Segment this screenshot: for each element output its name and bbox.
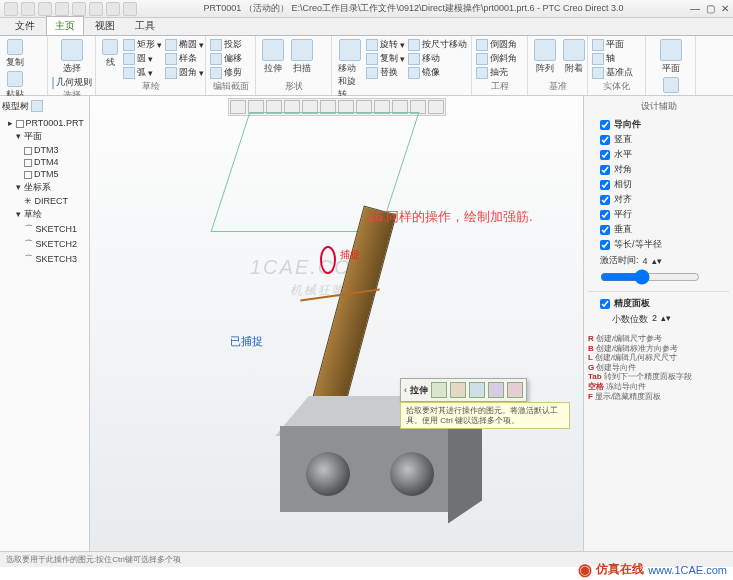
guide-item[interactable]: 等长/等半径 bbox=[588, 237, 729, 252]
close-icon[interactable]: ✕ bbox=[721, 3, 729, 14]
guide-item[interactable]: 竖直 bbox=[588, 132, 729, 147]
qat-open-icon[interactable] bbox=[21, 2, 35, 16]
offset-button[interactable]: 偏移 bbox=[210, 52, 251, 65]
guide-item[interactable]: 垂直 bbox=[588, 222, 729, 237]
annot-icon[interactable] bbox=[428, 100, 444, 114]
qat-window-icon[interactable] bbox=[106, 2, 120, 16]
tree-root[interactable]: ▸ PRT0001.PRT bbox=[2, 117, 87, 129]
guide-checkbox[interactable] bbox=[600, 195, 610, 205]
tree-direct[interactable]: ✳ DIRECT bbox=[2, 195, 87, 207]
guide-checkbox[interactable] bbox=[600, 150, 610, 160]
model-tree: 模型树 ▸ PRT0001.PRT ▾ 平面 DTM3 DTM4 DTM5 ▾ … bbox=[0, 96, 90, 551]
tab-file[interactable]: 文件 bbox=[6, 16, 44, 35]
pattern-icon bbox=[534, 39, 556, 61]
replace-button[interactable]: 替换 bbox=[366, 66, 405, 79]
blend-button[interactable]: 移动和旋转 bbox=[336, 38, 363, 102]
tree-planes[interactable]: ▾ 平面 bbox=[2, 129, 87, 144]
delay-slider[interactable] bbox=[600, 269, 700, 285]
guide-checkbox[interactable] bbox=[600, 135, 610, 145]
qat-close-icon[interactable] bbox=[123, 2, 137, 16]
mini-opt2-icon[interactable] bbox=[450, 382, 466, 398]
mini-opt5-icon[interactable] bbox=[507, 382, 523, 398]
maximize-icon[interactable]: ▢ bbox=[706, 3, 715, 14]
qat-save-icon[interactable] bbox=[38, 2, 52, 16]
guide-item[interactable]: 对齐 bbox=[588, 192, 729, 207]
pattern-button[interactable]: 阵列 bbox=[532, 38, 558, 76]
window-title: PRT0001 （活动的） E:\Creo工作目录\工作文件\0912\Dire… bbox=[137, 2, 690, 15]
arc-button[interactable]: 弧▾ bbox=[123, 66, 162, 79]
qat-redo-icon[interactable] bbox=[72, 2, 86, 16]
tree-sketch2[interactable]: ⌒ SKETCH2 bbox=[2, 237, 87, 252]
mirror-button[interactable]: 镜像 bbox=[408, 66, 467, 79]
guide-item[interactable]: 平行 bbox=[588, 207, 729, 222]
copy-edit-button[interactable]: 复制▾ bbox=[366, 52, 405, 65]
geom-rule-button[interactable]: 几何规则 bbox=[52, 76, 91, 89]
quick-access-toolbar bbox=[4, 2, 137, 16]
mini-opt3-icon[interactable] bbox=[469, 382, 485, 398]
spinner-icon[interactable]: ▴▾ bbox=[652, 256, 662, 266]
line-button[interactable]: 线 bbox=[100, 38, 120, 79]
guide-item[interactable]: 对角 bbox=[588, 162, 729, 177]
minimize-icon[interactable]: — bbox=[690, 3, 700, 14]
tree-sketch3[interactable]: ⌒ SKETCH3 bbox=[2, 252, 87, 267]
rotate-edit-button[interactable]: 旋转▾ bbox=[366, 38, 405, 51]
guide-checkbox[interactable] bbox=[600, 165, 610, 175]
mini-opt4-icon[interactable] bbox=[488, 382, 504, 398]
tree-dtm3[interactable]: DTM3 bbox=[2, 144, 87, 156]
select-button[interactable]: 选择 bbox=[52, 38, 91, 76]
guide-item[interactable]: 相切 bbox=[588, 177, 729, 192]
trans-button[interactable]: 按尺寸移动 bbox=[408, 38, 467, 51]
mini-extrude-icon[interactable] bbox=[431, 382, 447, 398]
axis-button[interactable]: 轴 bbox=[592, 52, 641, 65]
qat-regen-icon[interactable] bbox=[89, 2, 103, 16]
guide-checkbox[interactable] bbox=[600, 240, 610, 250]
qat-undo-icon[interactable] bbox=[55, 2, 69, 16]
tab-view[interactable]: 视图 bbox=[86, 16, 124, 35]
tree-csys[interactable]: ▾ 坐标系 bbox=[2, 180, 87, 195]
chamfer2-button[interactable]: 倒斜角 bbox=[476, 52, 523, 65]
tree-sketches[interactable]: ▾ 草绘 bbox=[2, 207, 87, 222]
ellipse-button[interactable]: 椭圆▾ bbox=[165, 38, 204, 51]
tree-dtm4[interactable]: DTM4 bbox=[2, 156, 87, 168]
circle-button[interactable]: 圆▾ bbox=[123, 52, 162, 65]
copy-button[interactable]: 复制 bbox=[4, 38, 26, 70]
tab-home[interactable]: 主页 bbox=[46, 16, 84, 35]
rect-button[interactable]: 矩形▾ bbox=[123, 38, 162, 51]
sweep-button[interactable]: 扫描 bbox=[289, 38, 315, 76]
move-edit-button[interactable]: 移动 bbox=[408, 52, 467, 65]
tooltip: 拾取要对其进行操作的图元。将激活默认工具。使用 Ctrl 键以选择多个项。 bbox=[400, 402, 570, 429]
precision-header[interactable]: 精度面板 bbox=[588, 296, 729, 311]
refit-icon[interactable] bbox=[230, 100, 246, 114]
decimals-spinner-icon[interactable]: ▴▾ bbox=[661, 313, 671, 326]
snap-marker-icon bbox=[320, 246, 336, 274]
graphics-canvas[interactable]: 1CAE.COM 机械狂吻/并鑫 捕捉 已捕捉 16.同样的操作，绘制加强筋. … bbox=[90, 96, 583, 551]
qat-new-icon[interactable] bbox=[4, 2, 18, 16]
solid-plane-button[interactable]: 平面 bbox=[650, 38, 691, 76]
status-text: 选取要用于此操作的图元:按住Ctrl键可选择多个项 bbox=[6, 554, 181, 565]
guide-header[interactable]: 导向件 bbox=[588, 117, 729, 132]
guide-item[interactable]: 水平 bbox=[588, 147, 729, 162]
spline-button[interactable]: 样条 bbox=[165, 52, 204, 65]
tree-settings-icon[interactable] bbox=[31, 100, 43, 112]
round2-icon bbox=[476, 39, 488, 51]
extrude-button[interactable]: 拉伸 bbox=[260, 38, 286, 76]
snap-captured-label: 已捕捉 bbox=[230, 334, 263, 349]
trim-button[interactable]: 修剪 bbox=[210, 66, 251, 79]
proj-button[interactable]: 投影 bbox=[210, 38, 251, 51]
round2-button[interactable]: 倒圆角 bbox=[476, 38, 523, 51]
tab-tools[interactable]: 工具 bbox=[126, 16, 164, 35]
plane-button[interactable]: 平面 bbox=[592, 38, 641, 51]
round-button[interactable]: 圆角▾ bbox=[165, 66, 204, 79]
point-button[interactable]: 基准点 bbox=[592, 66, 641, 79]
tree-dtm5[interactable]: DTM5 bbox=[2, 168, 87, 180]
line-icon bbox=[102, 39, 118, 55]
precision-checkbox[interactable] bbox=[600, 299, 610, 309]
guide-checkbox[interactable] bbox=[600, 180, 610, 190]
guide-checkbox[interactable] bbox=[600, 210, 610, 220]
guide-header-checkbox[interactable] bbox=[600, 120, 610, 130]
guide-checkbox[interactable] bbox=[600, 225, 610, 235]
shell-button[interactable]: 抽壳 bbox=[476, 66, 523, 79]
attach-button[interactable]: 附着 bbox=[561, 38, 587, 76]
mini-chevron-icon[interactable]: ‹ bbox=[404, 385, 407, 395]
tree-sketch1[interactable]: ⌒ SKETCH1 bbox=[2, 222, 87, 237]
